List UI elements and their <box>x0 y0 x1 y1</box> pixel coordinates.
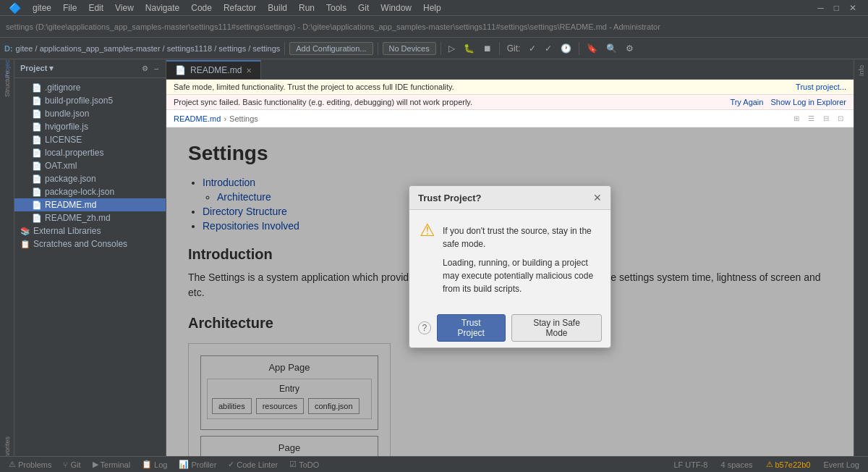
file-icon: 📄 <box>32 83 42 93</box>
tree-item-package-lock[interactable]: 📄 package-lock.json <box>14 185 166 198</box>
status-indent[interactable]: 4 spaces <box>718 460 755 469</box>
show-log-link[interactable]: Show Log in Explorer <box>770 98 846 106</box>
minimize-btn[interactable]: ─ <box>814 1 827 14</box>
status-right: LF UTF-8 4 spaces ⚠ b57e22b0 Event Log <box>671 460 862 469</box>
branch-label: b57e22b0 <box>775 460 811 469</box>
tab-bar: 📄 README.md ✕ <box>166 59 854 80</box>
tree-item-oat[interactable]: 📄 OAT.xml <box>14 159 166 172</box>
status-log[interactable]: 📋 Log <box>139 460 170 469</box>
bookmark-btn[interactable]: 🔖 <box>584 42 600 55</box>
file-icon: 📄 <box>32 187 42 197</box>
find-btn[interactable]: 🔍 <box>603 42 620 55</box>
tab-readme[interactable]: 📄 README.md ✕ <box>166 60 261 79</box>
no-devices-btn[interactable]: No Devices <box>383 42 436 55</box>
trust-project-btn[interactable]: Trust Project <box>437 314 506 342</box>
file-icon: 📄 <box>32 214 42 223</box>
tree-item-gitignore[interactable]: 📄 .gitignore <box>14 81 166 94</box>
view-toggle-4[interactable]: ⊡ <box>835 113 846 124</box>
toolbar-sep-1 <box>284 42 285 55</box>
favorites-side-icon[interactable]: Favorites <box>1 444 13 456</box>
file-icon: 📄 <box>32 122 42 132</box>
project-icon: D: <box>4 44 13 53</box>
tree-label: .gitignore <box>45 83 80 93</box>
file-icon: 📄 <box>32 201 42 210</box>
status-encoding[interactable]: LF UTF-8 <box>671 460 710 469</box>
dialog-help-btn[interactable]: ? <box>418 321 431 334</box>
dialog-footer: ? Trust Project Stay in Safe Mode <box>409 308 610 347</box>
view-toggle-3[interactable]: ⊟ <box>820 113 832 124</box>
menu-refactor[interactable]: Refactor <box>218 1 262 14</box>
dialog-msg1: If you don't trust the source, stay in t… <box>443 224 600 250</box>
status-todo[interactable]: ☑ ToDO <box>286 460 322 469</box>
project-panel-title: Project ▾ <box>20 64 54 73</box>
dialog-close-btn[interactable]: ✕ <box>593 192 602 203</box>
structure-side-icon[interactable]: Structure <box>1 78 13 90</box>
menu-run[interactable]: Run <box>293 1 320 14</box>
info-icon[interactable]: Info <box>855 62 868 79</box>
stop-btn[interactable]: ⏹ <box>480 42 495 55</box>
right-side-icons: Info <box>854 59 868 456</box>
status-event-log[interactable]: Event Log <box>820 460 862 469</box>
tree-item-build-profile[interactable]: 📄 build-profile.json5 <box>14 94 166 107</box>
toolbar-breadcrumb[interactable]: gitee / applications_app_samples-master … <box>16 44 281 53</box>
project-settings-btn[interactable]: ⚙ <box>140 64 150 72</box>
tree-item-local-props[interactable]: 📄 local.properties <box>14 146 166 159</box>
notification-text-1: Safe mode, limited functionality. Trust … <box>174 83 454 91</box>
trust-project-link[interactable]: Trust project... <box>796 83 846 91</box>
debug-btn[interactable]: 🐛 <box>461 42 477 55</box>
tab-close-icon[interactable]: ✕ <box>246 67 252 75</box>
add-config-btn[interactable]: Add Configuration... <box>289 42 373 55</box>
run-btn[interactable]: ▷ <box>446 42 458 55</box>
tree-item-readme[interactable]: 📄 README.md <box>14 198 166 211</box>
maximize-btn[interactable]: □ <box>831 1 842 14</box>
menu-view[interactable]: View <box>109 1 140 14</box>
tree-item-scratches[interactable]: 📋 Scratches and Consoles <box>14 237 166 250</box>
menu-code[interactable]: Code <box>185 1 218 14</box>
warning-icon: ⚠ <box>420 220 435 240</box>
stay-safe-btn[interactable]: Stay in Safe Mode <box>511 314 602 342</box>
view-toggle-2[interactable]: ☰ <box>805 113 817 124</box>
git-update-btn[interactable]: Git: <box>504 42 524 55</box>
gear-btn[interactable]: ⚙ <box>623 42 637 55</box>
menu-window[interactable]: Window <box>375 1 417 14</box>
file-icon: 📄 <box>32 96 42 106</box>
toolbar-sep-2 <box>378 42 378 55</box>
tree-item-license[interactable]: 📄 LICENSE <box>14 133 166 146</box>
tree-label: README_zh.md <box>45 213 111 223</box>
status-code-linter[interactable]: ✓ Code Linter <box>225 460 281 469</box>
log-label: Log <box>154 460 167 469</box>
tree-label: package-lock.json <box>45 187 114 197</box>
view-toggle-1[interactable]: ⊞ <box>791 113 802 124</box>
warning-icon: ⚠ <box>766 460 773 469</box>
linter-label: Code Linter <box>237 460 278 469</box>
menu-build[interactable]: Build <box>262 1 293 14</box>
menu-tools[interactable]: Tools <box>320 1 352 14</box>
tree-item-hvigor[interactable]: 📄 hvigorfile.js <box>14 120 166 133</box>
tree-item-bundle[interactable]: 📄 bundle.json <box>14 107 166 120</box>
menu-navigate[interactable]: Navigate <box>140 1 185 14</box>
status-profiler[interactable]: 📊 Profiler <box>176 460 219 469</box>
status-git[interactable]: ⑂ Git <box>60 460 83 469</box>
tree-item-external[interactable]: 📚 External Libraries <box>14 224 166 237</box>
close-btn[interactable]: ✕ <box>846 1 859 14</box>
toolbar-sep-5 <box>579 42 579 55</box>
status-branch[interactable]: ⚠ b57e22b0 <box>763 460 814 469</box>
status-problems[interactable]: ⚠ Problems <box>6 460 54 469</box>
project-tree: 📄 .gitignore 📄 build-profile.json5 📄 bun… <box>14 78 166 456</box>
project-collapse-btn[interactable]: – <box>153 64 160 72</box>
checkmark2-btn[interactable]: ✓ <box>542 42 555 55</box>
menu-help[interactable]: Help <box>417 1 447 14</box>
git-label: Git <box>70 460 80 469</box>
tree-item-readme-zh[interactable]: 📄 README_zh.md <box>14 211 166 224</box>
menu-file[interactable]: File <box>57 1 82 14</box>
try-again-link[interactable]: Try Again <box>730 98 763 106</box>
checkmark-btn[interactable]: ✓ <box>526 42 539 55</box>
menu-edit[interactable]: Edit <box>82 1 109 14</box>
status-left: ⚠ Problems ⑂ Git ▶ Terminal 📋 Log 📊 Prof… <box>6 460 322 469</box>
history-btn[interactable]: 🕐 <box>558 42 574 55</box>
menu-icon: 🔷 <box>3 1 27 15</box>
tree-item-package[interactable]: 📄 package.json <box>14 172 166 185</box>
menu-gitee[interactable]: gitee <box>27 1 57 14</box>
menu-git[interactable]: Git <box>352 1 375 14</box>
status-terminal[interactable]: ▶ Terminal <box>90 460 134 469</box>
